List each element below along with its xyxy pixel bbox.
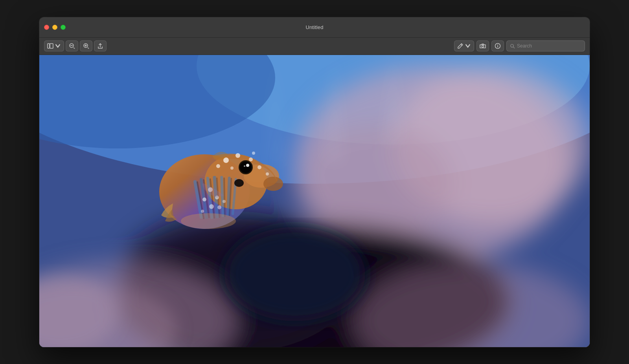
svg-point-27	[224, 227, 366, 321]
snapshot-button[interactable]	[476, 40, 489, 51]
svg-line-9	[461, 44, 462, 46]
titlebar: Untitled	[39, 17, 590, 38]
share-button[interactable]	[94, 40, 107, 51]
svg-point-38	[266, 172, 269, 176]
share-icon	[97, 43, 103, 49]
svg-point-63	[223, 200, 226, 203]
chevron-down-icon	[55, 43, 61, 49]
toolbar-left	[44, 40, 107, 51]
camera-icon	[480, 43, 486, 49]
svg-point-64	[234, 179, 244, 187]
svg-point-33	[235, 153, 240, 158]
minimize-button[interactable]	[52, 25, 57, 30]
zoom-out-icon	[69, 43, 75, 49]
svg-point-66	[181, 213, 236, 229]
zoom-in-button[interactable]	[80, 40, 92, 51]
search-input[interactable]	[517, 43, 581, 49]
close-button[interactable]	[44, 25, 49, 30]
svg-point-42	[246, 164, 249, 167]
search-icon	[510, 44, 515, 49]
svg-point-39	[252, 152, 255, 155]
svg-rect-1	[50, 44, 53, 48]
svg-point-14	[511, 44, 513, 47]
toolbar	[39, 38, 590, 55]
svg-point-61	[217, 205, 221, 209]
zoom-in-icon	[83, 43, 89, 49]
svg-point-35	[257, 165, 261, 169]
maximize-button[interactable]	[61, 25, 66, 30]
sidebar-icon	[47, 43, 53, 49]
svg-point-60	[209, 204, 214, 209]
svg-point-10	[482, 46, 484, 48]
zoom-out-button[interactable]	[66, 40, 78, 51]
fish-scene	[39, 55, 590, 347]
traffic-lights	[44, 25, 66, 30]
svg-line-3	[74, 48, 75, 49]
svg-line-15	[513, 47, 515, 48]
svg-rect-0	[48, 44, 50, 48]
markup-button[interactable]	[454, 40, 474, 51]
fish-image-svg	[39, 55, 590, 347]
info-icon	[495, 43, 501, 49]
svg-point-37	[230, 166, 234, 170]
svg-point-31	[263, 177, 283, 191]
app-window: Untitled	[39, 17, 590, 347]
svg-point-34	[249, 157, 253, 161]
svg-point-13	[497, 44, 498, 45]
svg-point-36	[216, 164, 220, 168]
toolbar-right	[454, 40, 585, 51]
image-container	[39, 55, 590, 347]
svg-point-43	[244, 165, 245, 167]
search-box[interactable]	[506, 40, 585, 51]
svg-point-59	[202, 198, 206, 201]
svg-point-62	[201, 210, 204, 213]
info-button[interactable]	[491, 40, 504, 51]
pen-icon	[457, 43, 463, 49]
chevron-down-icon-2	[465, 43, 471, 49]
svg-point-41	[240, 161, 252, 173]
svg-line-6	[88, 48, 89, 49]
svg-point-65	[239, 181, 241, 183]
view-toggle-button[interactable]	[44, 40, 64, 51]
window-title: Untitled	[305, 24, 323, 30]
